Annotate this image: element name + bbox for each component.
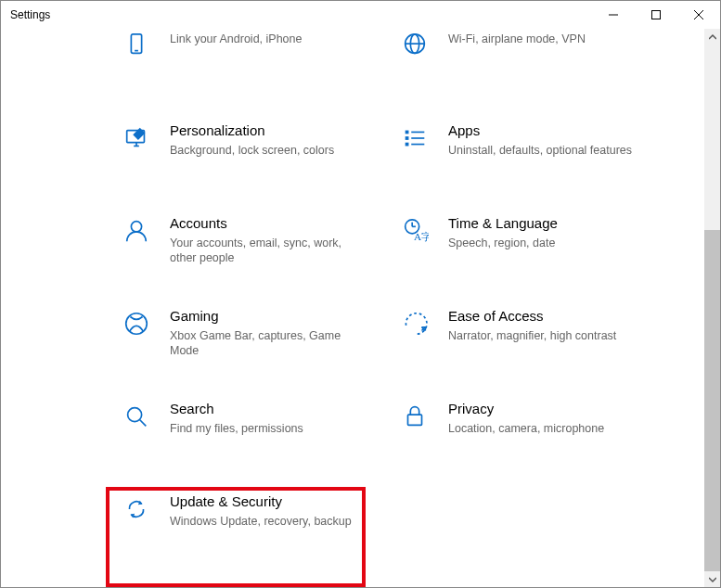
ease-of-access-icon [400, 309, 430, 339]
tile-gaming[interactable]: Gaming Xbox Game Bar, captures, Game Mod… [122, 307, 372, 363]
tile-time-language[interactable]: A字 Time & Language Speech, region, date [400, 214, 650, 270]
tile-subtitle: Uninstall, defaults, optional features [448, 143, 632, 159]
tile-title: Time & Language [448, 214, 558, 233]
maximize-button[interactable] [635, 1, 677, 29]
tile-subtitle: Speech, region, date [448, 236, 558, 251]
tile-title: Accounts [170, 214, 355, 233]
tile-subtitle: Windows Update, recovery, backup [170, 514, 352, 530]
content: Link your Android, iPhone Wi-Fi, airplan… [1, 29, 704, 587]
tile-phone[interactable]: Link your Android, iPhone [122, 29, 372, 84]
tile-privacy[interactable]: Privacy Location, camera, microphone [400, 400, 650, 455]
tile-subtitle: Location, camera, microphone [448, 421, 604, 437]
scroll-thumb[interactable] [704, 230, 720, 571]
window-title: Settings [10, 8, 50, 21]
tile-update-security[interactable]: Update & Security Windows Update, recove… [122, 492, 372, 548]
xbox-icon [122, 309, 151, 339]
close-button[interactable] [677, 1, 720, 29]
tile-subtitle: Your accounts, email, sync, work, other … [170, 236, 355, 267]
globe-icon [400, 31, 430, 60]
clock-language-icon: A字 [400, 216, 430, 246]
tile-subtitle: Link your Android, iPhone [170, 32, 302, 47]
scroll-track[interactable] [704, 45, 720, 571]
svg-rect-26 [408, 415, 422, 425]
tile-title: Privacy [448, 400, 604, 418]
lock-icon [400, 402, 430, 431]
tile-subtitle: Background, lock screen, colors [170, 143, 334, 159]
tile-subtitle: Wi-Fi, airplane mode, VPN [448, 32, 586, 47]
svg-point-24 [128, 408, 142, 422]
tile-title: Search [170, 400, 303, 418]
vertical-scrollbar[interactable] [704, 29, 720, 587]
tile-title: Gaming [170, 307, 355, 326]
settings-window: Settings Link your Android, iPhone [0, 0, 721, 588]
window-controls [592, 1, 720, 29]
svg-rect-1 [652, 11, 661, 19]
tile-title: Apps [448, 121, 632, 140]
tile-network[interactable]: Wi-Fi, airplane mode, VPN [400, 29, 650, 84]
svg-text:A字: A字 [414, 231, 429, 242]
tile-personalization[interactable]: Personalization Background, lock screen,… [122, 121, 372, 177]
tile-search[interactable]: Search Find my files, permissions [122, 400, 372, 455]
search-icon [122, 402, 151, 431]
scroll-down-button[interactable] [704, 571, 720, 587]
scroll-up-button[interactable] [704, 29, 720, 45]
tile-ease-of-access[interactable]: Ease of Access Narrator, magnifier, high… [400, 307, 650, 363]
tile-apps[interactable]: Apps Uninstall, defaults, optional featu… [400, 121, 650, 177]
svg-rect-12 [406, 131, 409, 134]
svg-rect-13 [406, 136, 409, 140]
phone-icon [122, 31, 151, 60]
sync-icon [122, 494, 151, 524]
tile-title: Update & Security [170, 492, 352, 511]
svg-point-18 [131, 222, 141, 232]
svg-rect-14 [406, 143, 409, 147]
tile-title: Ease of Access [448, 307, 616, 326]
tile-subtitle: Find my files, permissions [170, 421, 303, 437]
minimize-button[interactable] [592, 1, 635, 29]
list-icon [400, 123, 430, 153]
settings-grid: Link your Android, iPhone Wi-Fi, airplan… [1, 29, 704, 548]
paintbrush-icon [122, 123, 151, 153]
person-icon [122, 216, 151, 246]
tile-title: Personalization [170, 121, 334, 140]
tile-subtitle: Narrator, magnifier, high contrast [448, 328, 616, 344]
svg-line-25 [140, 420, 147, 427]
tile-subtitle: Xbox Game Bar, captures, Game Mode [170, 328, 355, 360]
tile-accounts[interactable]: Accounts Your accounts, email, sync, wor… [122, 214, 372, 270]
